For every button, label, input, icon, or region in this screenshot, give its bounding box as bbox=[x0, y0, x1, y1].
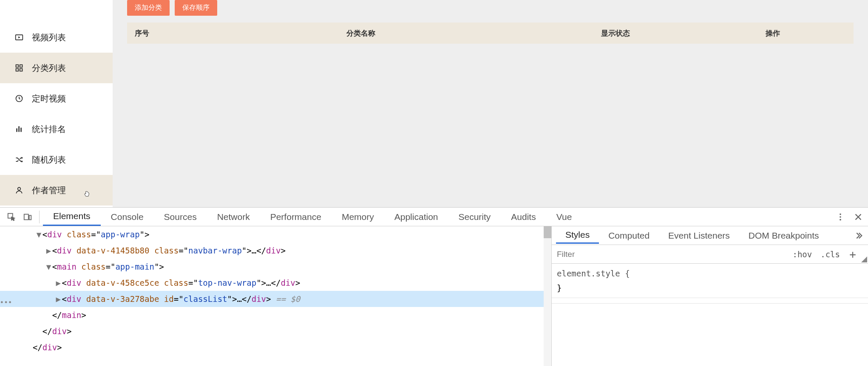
svg-rect-11 bbox=[24, 214, 28, 220]
add-category-button[interactable]: 添加分类 bbox=[127, 0, 170, 16]
main-content: 添加分类 保存顺序 序号 分类名称 显示状态 操作 bbox=[113, 0, 868, 207]
tab-elements[interactable]: Elements bbox=[43, 208, 101, 226]
tab-memory[interactable]: Memory bbox=[332, 208, 384, 225]
styles-filter-input[interactable] bbox=[552, 245, 788, 263]
tab-vue[interactable]: Vue bbox=[546, 208, 582, 225]
dom-line[interactable]: ▼<main class="app-main"> bbox=[0, 259, 551, 275]
svg-rect-12 bbox=[29, 215, 31, 220]
tab-performance[interactable]: Performance bbox=[260, 208, 332, 225]
sidebar-item-label: 定时视频 bbox=[32, 93, 66, 104]
bar-chart-icon bbox=[15, 125, 23, 133]
sidebar-item-category-list[interactable]: 分类列表 bbox=[0, 53, 113, 83]
sidebar-item-scheduled-video[interactable]: 定时视频 bbox=[0, 83, 113, 114]
subtab-event-listeners[interactable]: Event Listeners bbox=[659, 228, 739, 243]
shuffle-icon bbox=[15, 155, 23, 164]
css-rule[interactable]: element.style {} bbox=[552, 264, 868, 298]
sidebar-item-label: 分类列表 bbox=[32, 62, 66, 74]
svg-point-14 bbox=[840, 216, 841, 218]
svg-rect-4 bbox=[20, 69, 23, 71]
styles-panel: Styles Computed Event Listeners DOM Brea… bbox=[551, 226, 868, 366]
svg-rect-1 bbox=[16, 65, 19, 68]
device-toggle-icon[interactable] bbox=[20, 209, 36, 225]
sidebar-item-random-list[interactable]: 随机列表 bbox=[0, 144, 113, 175]
svg-rect-3 bbox=[16, 69, 19, 71]
resize-corner-icon[interactable] bbox=[861, 256, 867, 262]
cls-toggle[interactable]: .cls bbox=[816, 250, 844, 259]
svg-rect-8 bbox=[20, 128, 22, 132]
th-status: 显示状态 bbox=[539, 28, 692, 38]
close-devtools-icon[interactable] bbox=[850, 209, 866, 225]
sidebar-item-label: 作者管理 bbox=[32, 185, 66, 196]
gutter-dots-icon: ••• bbox=[0, 294, 12, 311]
css-rule[interactable]: </span><div class="rule-sel"><span class… bbox=[552, 298, 868, 304]
sidebar-item-label: 随机列表 bbox=[32, 154, 66, 166]
hov-toggle[interactable]: :hov bbox=[788, 250, 816, 259]
tab-security[interactable]: Security bbox=[448, 208, 501, 225]
grid-icon bbox=[15, 64, 23, 72]
dom-line[interactable]: </div> bbox=[0, 339, 551, 355]
kebab-menu-icon[interactable] bbox=[832, 209, 848, 225]
sidebar-item-label: 视频列表 bbox=[32, 32, 66, 43]
svg-rect-6 bbox=[16, 128, 17, 132]
play-list-icon bbox=[15, 33, 23, 42]
devtools-panel: Elements Console Sources Network Perform… bbox=[0, 207, 868, 366]
svg-point-15 bbox=[840, 219, 841, 220]
user-icon bbox=[15, 186, 23, 194]
th-action: 操作 bbox=[692, 28, 854, 38]
sidebar-item-author-management[interactable]: 作者管理 bbox=[0, 175, 113, 206]
subtab-styles[interactable]: Styles bbox=[556, 227, 599, 244]
dom-line[interactable]: </div> bbox=[0, 323, 551, 339]
save-order-button[interactable]: 保存顺序 bbox=[175, 0, 217, 16]
styles-subtabs: Styles Computed Event Listeners DOM Brea… bbox=[552, 226, 868, 245]
new-style-rule-icon[interactable]: + bbox=[844, 248, 861, 261]
svg-point-13 bbox=[840, 213, 841, 215]
svg-rect-7 bbox=[18, 126, 20, 132]
filter-row: :hov .cls + bbox=[552, 245, 868, 264]
tab-console[interactable]: Console bbox=[101, 208, 154, 225]
sidebar-item-label: 统计排名 bbox=[32, 124, 66, 135]
tab-network[interactable]: Network bbox=[207, 208, 260, 225]
dom-scrollbar[interactable] bbox=[544, 226, 551, 366]
dom-line[interactable]: ▶<div data-v-41458b80 class="navbar-wrap… bbox=[0, 242, 551, 259]
dom-line[interactable]: ▼<div class="app-wrap"> bbox=[0, 226, 551, 242]
clock-icon bbox=[15, 94, 23, 103]
table-header-row: 序号 分类名称 显示状态 操作 bbox=[127, 23, 854, 44]
dom-line[interactable]: ▶<div data-v-458ce5ce class="top-nav-wra… bbox=[0, 275, 551, 291]
tab-sources[interactable]: Sources bbox=[154, 208, 207, 225]
dom-tree-panel[interactable]: ••• ▼<div class="app-wrap"> ▶<div data-v… bbox=[0, 226, 551, 366]
sidebar-item-stats-ranking[interactable]: 统计排名 bbox=[0, 114, 113, 144]
th-seq: 序号 bbox=[127, 28, 182, 38]
subtab-dom-breakpoints[interactable]: DOM Breakpoints bbox=[739, 228, 828, 243]
svg-rect-2 bbox=[20, 65, 23, 68]
svg-point-9 bbox=[18, 187, 21, 190]
subtab-computed[interactable]: Computed bbox=[599, 228, 659, 243]
sidebar-item-video-list[interactable]: 视频列表 bbox=[0, 22, 113, 53]
dom-line[interactable]: </main> bbox=[0, 307, 551, 323]
toolbar: 添加分类 保存顺序 bbox=[113, 0, 868, 23]
tab-audits[interactable]: Audits bbox=[501, 208, 546, 225]
tab-application[interactable]: Application bbox=[384, 208, 448, 225]
inspect-element-icon[interactable] bbox=[3, 209, 20, 225]
sidebar: 视频列表 分类列表 定时视频 统计排名 随机列表 bbox=[0, 0, 113, 207]
chevron-right-icon[interactable] bbox=[850, 228, 866, 244]
devtools-tab-bar: Elements Console Sources Network Perform… bbox=[0, 208, 868, 226]
dom-line[interactable]: ▶<div data-v-3a278abe id="classList">…</… bbox=[0, 291, 551, 307]
th-name: 分类名称 bbox=[182, 28, 539, 38]
